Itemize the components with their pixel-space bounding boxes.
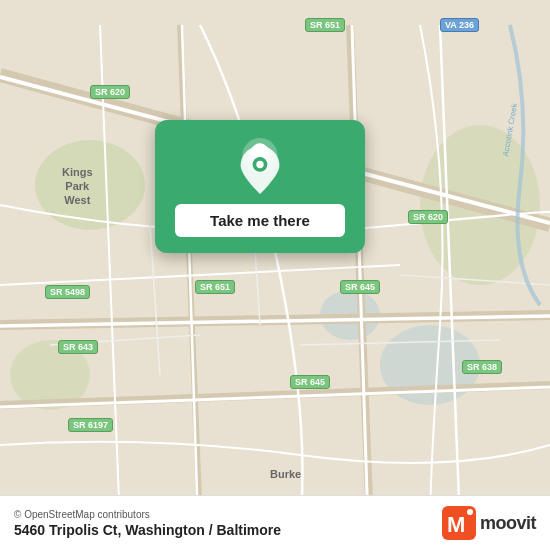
map-roads-svg: Accotink Creek: [0, 0, 550, 550]
road-badge-sr645-mid: SR 645: [340, 280, 380, 294]
road-badge-sr651-mid: SR 651: [195, 280, 235, 294]
road-badge-sr6197: SR 6197: [68, 418, 113, 432]
osm-attribution: © OpenStreetMap contributors: [14, 509, 281, 520]
svg-text:M: M: [447, 512, 465, 537]
address-line: 5460 Tripolis Ct, Washington / Baltimore: [14, 522, 281, 538]
bottom-bar: © OpenStreetMap contributors 5460 Tripol…: [0, 495, 550, 550]
road-badge-sr620-top: SR 620: [90, 85, 130, 99]
road-badge-sr5498: SR 5498: [45, 285, 90, 299]
moovit-logo: M moovit: [442, 506, 536, 540]
road-badge-sr638: SR 638: [462, 360, 502, 374]
svg-point-0: [35, 140, 145, 230]
road-badge-sr643: SR 643: [58, 340, 98, 354]
popup-card: Take me there: [155, 120, 365, 253]
road-badge-sr645-low: SR 645: [290, 375, 330, 389]
road-badge-va236: VA 236: [440, 18, 479, 32]
map-container: Accotink Creek SR 651 VA 236 SR 620 SR 6…: [0, 0, 550, 550]
road-badge-sr651-top: SR 651: [305, 18, 345, 32]
bottom-left-info: © OpenStreetMap contributors 5460 Tripol…: [14, 509, 281, 538]
take-me-there-button[interactable]: Take me there: [175, 204, 345, 237]
svg-point-31: [467, 509, 473, 515]
moovit-brand-text: moovit: [480, 513, 536, 534]
svg-line-13: [352, 25, 368, 525]
moovit-icon: M: [442, 506, 476, 540]
road-badge-sr620-right: SR 620: [408, 210, 448, 224]
pin-svg: [239, 146, 281, 194]
svg-point-28: [256, 161, 263, 168]
